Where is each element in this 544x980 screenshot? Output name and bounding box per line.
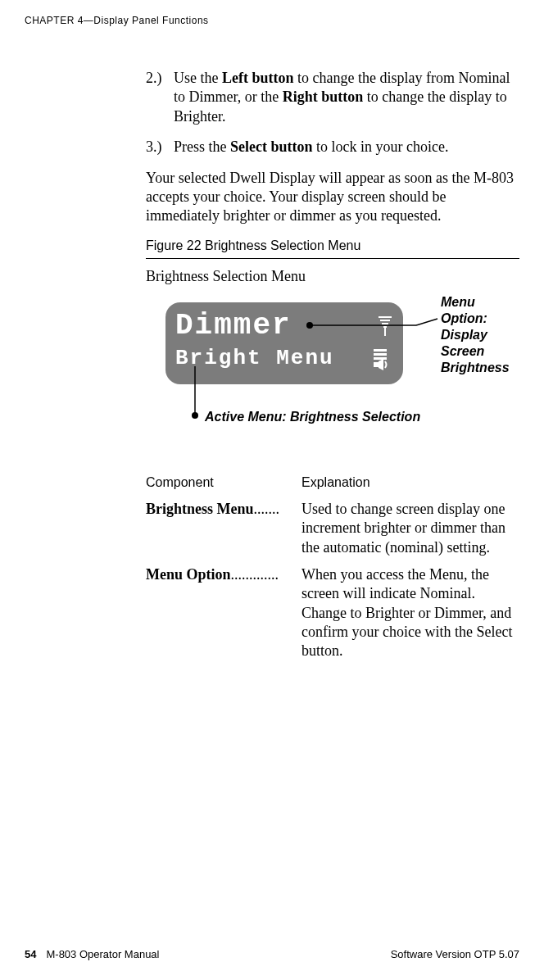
leader-dots: ....... — [254, 501, 280, 517]
software-version: Software Version OTP 5.07 — [391, 948, 519, 960]
annot-line: Menu — [441, 294, 539, 311]
step-number: 2.) — [146, 69, 174, 126]
figure-diagram: Dimmer Bright Menu — [146, 294, 519, 458]
term-text: Menu Option — [146, 566, 231, 583]
lcd-row-1: Dimmer — [175, 310, 393, 343]
figure-rule — [146, 258, 519, 259]
table-row: Brightness Menu....... Used to change sc… — [146, 500, 519, 557]
svg-rect-6 — [374, 353, 387, 356]
annotation-menu-option: Menu Option: Display Screen Brightness — [441, 294, 539, 376]
chapter-header: CHAPTER 4—Display Panel Functions — [25, 15, 519, 26]
svg-point-15 — [192, 412, 198, 419]
lcd-text-dimmer: Dimmer — [175, 307, 292, 346]
select-button-label: Select button — [230, 138, 313, 155]
svg-rect-4 — [384, 326, 386, 336]
manual-name: M-803 Operator Manual — [46, 948, 159, 960]
annotation-active-menu: Active Menu: Brightness Selection — [205, 409, 420, 426]
svg-line-13 — [416, 319, 437, 325]
text-fragment: to lock in your choice. — [313, 138, 449, 155]
term-text: Brightness Menu — [146, 501, 254, 517]
signal-icon — [377, 315, 393, 338]
annot-line: Display — [441, 327, 539, 343]
page-footer: 54 M-803 Operator Manual Software Versio… — [25, 948, 519, 960]
table-header: Component Explanation — [146, 474, 519, 492]
explain-menu-option: When you access the Menu, the screen wil… — [301, 565, 519, 661]
left-button-label: Left button — [222, 70, 294, 86]
col-header-component: Component — [146, 474, 301, 492]
step-number: 3.) — [146, 138, 174, 157]
lcd-row-2: Bright Menu — [175, 343, 393, 375]
svg-rect-5 — [374, 349, 387, 352]
page-number: 54 — [25, 948, 36, 960]
annot-line: Option: — [441, 311, 539, 327]
right-button-label: Right button — [283, 88, 364, 105]
lcd-text-bright-menu: Bright Menu — [175, 345, 334, 373]
step-text: Use the Left button to change the displa… — [174, 69, 519, 126]
step-3: 3.) Press the Select button to lock in y… — [146, 138, 519, 157]
svg-marker-10 — [379, 359, 383, 370]
step-text: Press the Select button to lock in your … — [174, 138, 448, 157]
main-content: 2.) Use the Left button to change the di… — [146, 69, 519, 661]
figure-caption: Figure 22 Brightness Selection Menu — [146, 238, 519, 255]
annot-line: Brightness — [441, 360, 539, 376]
term-menu-option: Menu Option............. — [146, 565, 301, 661]
svg-rect-0 — [379, 316, 392, 318]
component-table: Component Explanation Brightness Menu...… — [146, 474, 519, 661]
text-fragment: Use the — [174, 70, 222, 86]
table-row: Menu Option............. When you access… — [146, 565, 519, 661]
explain-brightness-menu: Used to change screen display one increm… — [301, 500, 519, 557]
svg-rect-9 — [374, 362, 379, 367]
annot-line: Screen — [441, 343, 539, 360]
svg-rect-1 — [380, 320, 390, 321]
figure-label: Brightness Selection Menu — [146, 267, 519, 286]
speaker-icon — [374, 347, 393, 370]
term-brightness-menu: Brightness Menu....... — [146, 500, 301, 557]
lcd-screen: Dimmer Bright Menu — [165, 302, 403, 384]
svg-rect-7 — [374, 357, 387, 360]
step-2: 2.) Use the Left button to change the di… — [146, 69, 519, 126]
page: CHAPTER 4—Display Panel Functions 2.) Us… — [0, 0, 544, 980]
result-paragraph: Your selected Dwell Display will appear … — [146, 169, 519, 226]
col-header-explanation: Explanation — [301, 474, 370, 492]
svg-rect-2 — [382, 323, 388, 324]
leader-dots: ............. — [231, 566, 279, 583]
text-fragment: Press the — [174, 138, 230, 155]
